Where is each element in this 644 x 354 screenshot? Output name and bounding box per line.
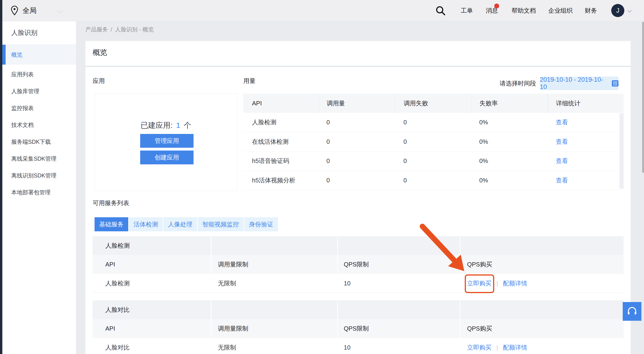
location-pin-icon <box>11 6 18 16</box>
service-table-header: API 调用量限制 QPS限制 QPS购买 <box>92 319 624 338</box>
svc-col-quota: 调用量限制 <box>211 324 337 333</box>
table-row: h5语音验证码 0 0 0% 查看 <box>243 151 624 171</box>
page-scrollbar[interactable] <box>642 22 644 173</box>
service-tabs: 基础服务 活体检测 人像处理 智能视频监控 身份验证 <box>94 217 278 231</box>
failed-value: 0 <box>395 177 471 184</box>
buy-now-link[interactable]: 立即购买 <box>467 280 492 287</box>
quota-value: 无限制 <box>211 343 337 352</box>
buy-now-link[interactable]: 立即购买 <box>467 344 492 351</box>
built-apps-unit: 个 <box>184 121 191 130</box>
calendar-icon <box>612 80 618 87</box>
date-range-value[interactable]: 2019-10-10 - 2019-10-10 <box>540 76 609 91</box>
nav-item-org[interactable]: 企业组织 <box>548 0 573 21</box>
tab-video-monitor[interactable]: 智能视频监控 <box>198 217 244 231</box>
tab-portrait[interactable]: 人像处理 <box>163 217 197 231</box>
api-name: 在线活体检测 <box>243 138 318 146</box>
qps-value: 10 <box>337 280 460 287</box>
service-group-title: 人脸检测 <box>92 236 624 255</box>
sidebar-title: 人脸识别 <box>2 21 76 45</box>
api-name: h5语音验证码 <box>243 157 318 165</box>
region-selector[interactable]: 全局 <box>22 0 36 21</box>
failed-value: 0 <box>395 119 471 126</box>
quota-detail-link[interactable]: 配额详情 <box>503 280 527 287</box>
manage-app-button[interactable]: 管理应用 <box>140 134 194 148</box>
sidebar-item-app-list[interactable]: 应用列表 <box>2 66 76 83</box>
sidebar-item-face-library[interactable]: 人脸库管理 <box>2 83 76 100</box>
nav-item-messages[interactable]: 消息 <box>486 0 498 21</box>
page-title: 概览 <box>93 45 107 60</box>
service-table-face-detect: 人脸检测 API 调用量限制 QPS限制 QPS购买 人脸检测 无限制 10 立… <box>92 236 624 293</box>
usage-col-api: API <box>243 94 318 113</box>
date-range-label: 请选择时间段 <box>500 79 536 88</box>
tab-identity[interactable]: 身份验证 <box>244 217 278 231</box>
table-row: 在线活体检测 0 0 0% 查看 <box>243 132 624 152</box>
svc-col-qps-buy: QPS购买 <box>460 324 624 333</box>
usage-table-header: API 调用量 调用失败 失败率 详细统计 <box>243 94 624 113</box>
rate-value: 0% <box>471 138 548 145</box>
nav-item-help-docs[interactable]: 帮助文档 <box>512 0 536 21</box>
nav-item-finance[interactable]: 财务 <box>585 0 597 21</box>
quota-detail-link[interactable]: 配额详情 <box>503 344 527 351</box>
view-link[interactable]: 查看 <box>556 119 568 126</box>
create-app-button[interactable]: 创建应用 <box>140 151 194 164</box>
svc-col-api: API <box>92 325 211 332</box>
usage-col-failed: 调用失败 <box>395 94 471 113</box>
search-icon[interactable] <box>435 5 446 16</box>
breadcrumb: 产品服务/人脸识别 - 概览 <box>86 24 154 35</box>
built-apps-label: 已建应用: <box>141 121 173 130</box>
usage-col-rate: 失败率 <box>471 94 548 113</box>
chevron-down-icon[interactable] <box>628 8 632 13</box>
app-section-heading: 应用 <box>93 76 105 86</box>
tab-basic-services[interactable]: 基础服务 <box>94 217 128 231</box>
built-apps-count: 1 <box>176 121 180 130</box>
usage-col-detail: 详细统计 <box>548 94 624 113</box>
sidebar-item-tech-docs[interactable]: 技术文档 <box>2 117 76 133</box>
built-apps-line: 已建应用: 1 个 <box>95 120 237 131</box>
sidebar-item-server-sdk[interactable]: 服务端SDK下载 <box>2 133 76 150</box>
svc-col-quota: 调用量限制 <box>211 260 337 268</box>
qps-value: 10 <box>337 344 460 351</box>
api-name: 人脸检测 <box>92 279 211 287</box>
view-link[interactable]: 查看 <box>556 177 568 184</box>
sidebar-item-offline-capture-sdk[interactable]: 离线采集SDK管理 <box>2 150 76 167</box>
sidebar-menu: 概览 应用列表 人脸库管理 监控报表 技术文档 服务端SDK下载 离线采集SDK… <box>2 45 76 201</box>
tab-liveness[interactable]: 活体检测 <box>129 217 163 231</box>
view-link[interactable]: 查看 <box>556 138 568 145</box>
table-row: h5活体视频分析 0 0 0% 查看 <box>243 171 624 190</box>
usage-table: API 调用量 调用失败 失败率 详细统计 人脸检测 0 0 0% 查看 在线活… <box>243 94 624 190</box>
svc-col-qps: QPS限制 <box>337 324 460 333</box>
services-section-heading: 可用服务列表 <box>93 198 129 208</box>
table-scrollbar[interactable] <box>620 113 624 189</box>
table-row: 人脸对比 无限制 10 立即购买 | 配额详情 <box>92 338 624 354</box>
quota-value: 无限制 <box>211 279 337 287</box>
rate-value: 0% <box>471 157 548 165</box>
calls-value: 0 <box>318 119 395 126</box>
top-navbar: 全局 工单 消息 帮助文档 企业组织 财务 J <box>0 0 644 21</box>
unread-badge <box>494 4 499 9</box>
support-button[interactable] <box>623 302 642 321</box>
api-name: 人脸对比 <box>92 343 211 352</box>
sidebar-item-overview[interactable]: 概览 <box>2 45 76 65</box>
nav-item-tickets[interactable]: 工单 <box>461 0 473 21</box>
breadcrumb-current: 人脸识别 - 概览 <box>115 26 154 33</box>
calls-value: 0 <box>318 157 395 165</box>
view-link[interactable]: 查看 <box>556 157 568 164</box>
table-row: 人脸检测 无限制 10 立即购买 | 配额详情 <box>92 274 624 293</box>
sidebar-item-local-deploy[interactable]: 本地部署包管理 <box>2 184 76 201</box>
service-table-header: API 调用量限制 QPS限制 QPS购买 <box>92 255 624 274</box>
date-range-picker[interactable]: 2019-10-10 - 2019-10-10 <box>540 77 618 90</box>
sidebar-item-monitor-report[interactable]: 监控报表 <box>2 100 76 117</box>
sidebar-item-offline-recognition-sdk[interactable]: 离线识别SDK管理 <box>2 167 76 184</box>
sidebar: 人脸识别 概览 应用列表 人脸库管理 监控报表 技术文档 服务端SDK下载 离线… <box>2 21 76 354</box>
svc-col-api: API <box>92 261 211 268</box>
api-name: 人脸检测 <box>243 118 318 126</box>
api-name: h5活体视频分析 <box>243 176 318 184</box>
app-summary-box: 已建应用: 1 个 管理应用 创建应用 <box>95 94 237 191</box>
date-range-row: 请选择时间段 2019-10-10 - 2019-10-10 <box>500 77 618 90</box>
failed-value: 0 <box>395 157 471 165</box>
avatar[interactable]: J <box>611 4 624 17</box>
chevron-down-icon <box>57 8 62 13</box>
breadcrumb-separator: / <box>111 26 112 33</box>
breadcrumb-root[interactable]: 产品服务 <box>86 26 108 33</box>
usage-section-heading: 用量 <box>243 76 256 86</box>
